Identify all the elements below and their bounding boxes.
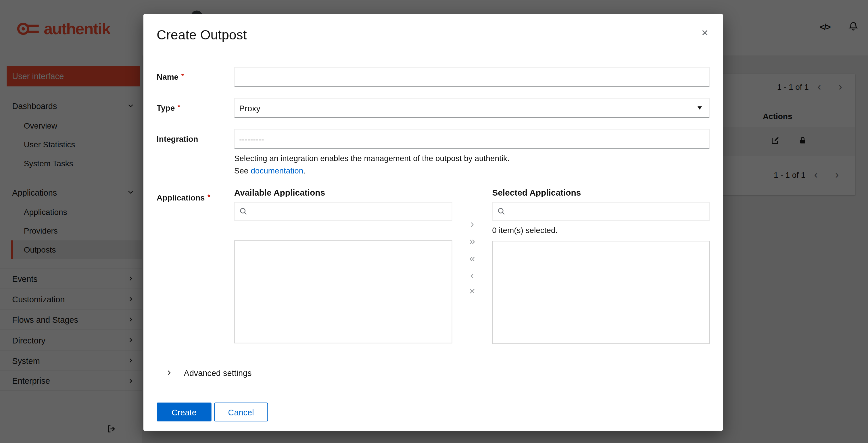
remove-all-icon[interactable]: « <box>469 253 475 264</box>
clear-selection-icon[interactable]: ✕ <box>469 287 476 295</box>
integration-help-line1: Selecting an integration enables the man… <box>234 152 710 164</box>
cancel-button[interactable]: Cancel <box>214 403 268 421</box>
selected-applications-list[interactable] <box>492 241 710 344</box>
name-label: Name* <box>157 67 234 87</box>
integration-help: Selecting an integration enables the man… <box>234 152 710 177</box>
integration-label-text: Integration <box>157 135 198 144</box>
integration-select[interactable]: --------- <box>234 129 710 149</box>
available-search <box>234 202 453 220</box>
screen: </> authentik User interface <box>0 0 868 443</box>
available-applications-list[interactable] <box>234 240 453 343</box>
applications-control: Available Applications › » <box>234 188 710 344</box>
type-label: Type* <box>157 98 234 118</box>
search-icon <box>239 207 247 215</box>
required-asterisk: * <box>181 72 184 80</box>
applications-label: Applications* <box>157 188 234 344</box>
integration-control: --------- Selecting an integration enabl… <box>234 129 710 177</box>
transfer-controls: › » « ‹ ✕ <box>453 188 492 344</box>
advanced-settings-toggle[interactable]: Advanced settings <box>157 366 710 379</box>
required-asterisk: * <box>208 193 210 201</box>
selected-pane: Selected Applications 0 item(s) selected… <box>492 188 710 344</box>
chevron-right-icon <box>166 370 172 376</box>
type-label-text: Type <box>157 104 175 113</box>
help-period: . <box>303 166 306 175</box>
name-label-text: Name <box>157 72 179 81</box>
selected-search <box>492 202 710 220</box>
type-select-value: Proxy <box>239 103 260 113</box>
create-button[interactable]: Create <box>157 403 212 421</box>
available-pane: Available Applications <box>234 188 453 344</box>
modal-footer: Create Cancel <box>157 403 710 421</box>
type-control: Proxy <box>234 98 710 118</box>
create-outpost-modal: ✕ Create Outpost Name* Type* Proxy <box>144 14 723 431</box>
applications-label-text: Applications <box>157 193 205 202</box>
add-selected-icon[interactable]: › <box>470 218 474 229</box>
selected-search-input[interactable] <box>509 203 705 220</box>
available-search-input[interactable] <box>251 203 447 220</box>
available-pane-title: Available Applications <box>234 188 453 198</box>
advanced-settings-label: Advanced settings <box>184 368 251 377</box>
help-see-text: See <box>234 166 251 175</box>
required-asterisk: * <box>178 104 180 111</box>
remove-selected-icon[interactable]: ‹ <box>470 270 474 281</box>
search-icon <box>497 207 505 215</box>
add-all-icon[interactable]: » <box>469 236 475 246</box>
create-outpost-form: Name* Type* Proxy Integration - <box>157 67 710 344</box>
modal-title: Create Outpost <box>157 26 710 44</box>
select-caret-icon <box>698 107 702 110</box>
name-input[interactable] <box>234 67 710 87</box>
type-select[interactable]: Proxy <box>234 98 710 118</box>
selected-count: 0 item(s) selected. <box>492 226 710 235</box>
integration-select-value: --------- <box>239 134 264 144</box>
documentation-link[interactable]: documentation <box>251 166 303 175</box>
close-icon[interactable]: ✕ <box>701 29 709 38</box>
integration-label: Integration <box>157 129 234 177</box>
selected-pane-title: Selected Applications <box>492 188 710 198</box>
name-control <box>234 67 710 87</box>
integration-help-line2: See documentation. <box>234 165 710 177</box>
dual-list-selector: Available Applications › » <box>234 188 710 344</box>
